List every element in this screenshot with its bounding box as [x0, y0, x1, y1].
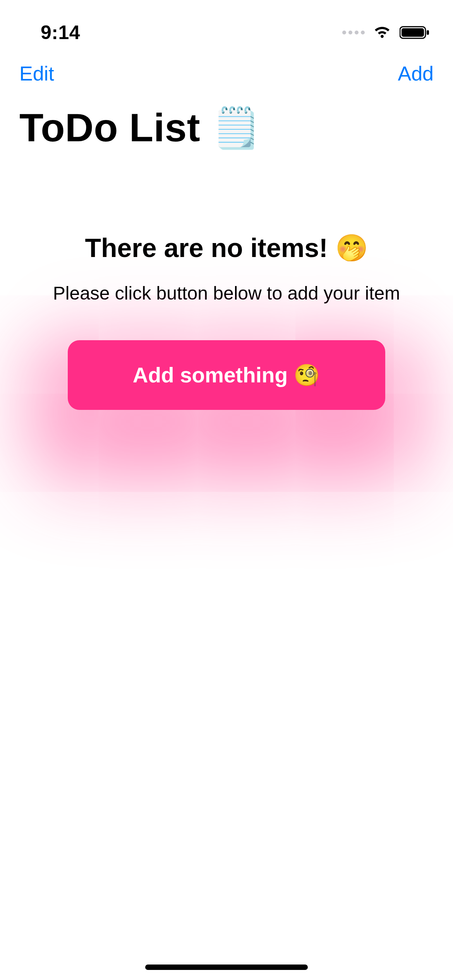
svg-rect-1 [402, 28, 424, 37]
cta-wrapper: Add something 🧐 [0, 340, 453, 410]
cellular-dots-icon [342, 31, 365, 34]
empty-subtext: Please click button below to add your it… [31, 281, 422, 305]
home-indicator [145, 965, 308, 970]
status-bar: 9:14 [0, 0, 453, 54]
svg-rect-2 [427, 30, 429, 35]
status-indicators [342, 25, 430, 40]
edit-button[interactable]: Edit [19, 62, 54, 85]
add-button[interactable]: Add [398, 62, 434, 85]
status-time: 9:14 [41, 21, 80, 44]
empty-heading: There are no items! 🤭 [31, 232, 422, 264]
wifi-icon [372, 25, 392, 40]
battery-icon [400, 25, 430, 40]
empty-state: There are no items! 🤭 Please click butto… [0, 232, 453, 305]
nav-bar: Edit Add [0, 54, 453, 85]
add-something-button[interactable]: Add something 🧐 [68, 340, 385, 410]
page-title: ToDo List 🗒️ [0, 85, 453, 151]
